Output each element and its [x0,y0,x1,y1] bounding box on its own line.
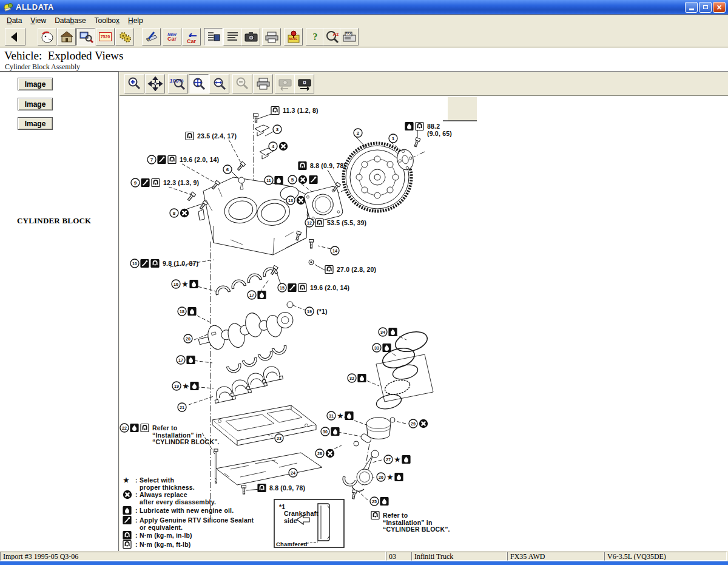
piston-rings [375,328,433,411]
callout: 18 [178,307,196,316]
viewer-pane: 100% [120,72,728,551]
svg-text:6: 6 [226,167,229,172]
menu-toolbox[interactable]: Toolbox [90,15,124,26]
svg-text:26: 26 [379,475,383,479]
svg-text::: : [135,532,138,539]
svg-text:21: 21 [180,405,184,410]
back-button[interactable] [5,28,25,46]
taskbar-edge [0,561,728,565]
menu-help[interactable]: Help [124,15,147,26]
callout: 24 [289,469,297,477]
sidebar: Image Image Image CYLINDER BLOCK [0,72,119,551]
car-return-button[interactable]: Car [182,28,201,46]
svg-text:4: 4 [272,144,275,149]
engine-block [198,177,313,255]
legend-item: ★:Select withproper thickness. [123,476,195,491]
viewer-toolbar: 100% [120,72,728,96]
sign-pad-button[interactable] [142,28,161,46]
callout: 27.0 (2.8, 20) [325,266,376,274]
app-logo-icon [4,2,13,12]
settings-gears-button[interactable] [115,28,134,46]
image-button-3[interactable]: Image [18,117,53,130]
callout: 23.5 (2.4, 17) [186,132,237,140]
svg-text:23: 23 [277,436,281,441]
svg-text:25: 25 [372,499,377,504]
note-button[interactable]: NOTE [284,28,303,46]
next-image-button[interactable] [294,74,314,93]
image-button-1[interactable]: Image [18,78,53,90]
svg-text:(*1): (*1) [317,308,328,315]
code-7520-button[interactable]: 7520 [96,28,115,46]
svg-text:16: 16 [174,282,178,286]
help-button[interactable]: ? [306,28,325,46]
close-button[interactable]: × [713,2,726,13]
callout: 1519.6 (2.0, 14) [278,283,349,292]
camera-button[interactable] [241,28,260,46]
image-button-2[interactable]: Image [18,98,53,110]
svg-text:88.2: 88.2 [427,123,440,130]
callout: 719.6 (2.0, 14) [147,155,219,164]
svg-text:13: 13 [288,198,293,203]
search-az-label: Az [333,32,339,37]
new-car-button[interactable]: New Car [163,28,181,46]
menu-data[interactable]: Data [2,15,26,26]
note-label: NOTE [289,38,298,41]
minimize-button[interactable] [685,2,698,13]
viewer-print-button[interactable] [253,74,273,93]
svg-text:7: 7 [150,157,153,163]
svg-text:5: 5 [291,177,294,183]
prev-image-button[interactable] [275,74,295,93]
svg-text:12.3 (1.3, 9): 12.3 (1.3, 9) [163,179,199,186]
main-toolbar: 7520 New Car Car [0,27,728,47]
home-button[interactable] [57,28,76,46]
svg-text:8: 8 [173,211,176,216]
new-car-label-bottom: Car [167,36,177,42]
status-import: Import #3 1995-05 Q3-06 [0,552,386,561]
menu-view[interactable]: View [26,15,50,26]
zoom-fit-button[interactable] [189,74,209,93]
upper-main-bearings [214,266,277,294]
callout: 23 [275,434,283,442]
callout: 912.3 (1.3, 9) [131,178,199,187]
zoom-out-button[interactable] [232,74,252,93]
status-year: 03 [386,552,411,561]
svg-text:after every disassembly.: after every disassembly. [140,498,216,506]
legend-item: :Lubricate with new engine oil. [123,507,234,515]
car-return-label: Car [186,39,198,44]
shop-diagnostics-button[interactable] [76,28,95,46]
svg-text:★: ★ [182,280,188,288]
callout: 11.3 (1.2, 8) [271,107,318,115]
mascot-button[interactable] [38,28,56,46]
svg-text:9.8 (1.0, 87): 9.8 (1.0, 87) [163,260,198,267]
zoom-width-button[interactable] [209,74,229,93]
article-text-button[interactable] [223,28,242,46]
status-make: Infiniti Truck [411,552,507,561]
menu-database[interactable]: Database [50,15,90,26]
svg-text:19.6 (2.0, 14): 19.6 (2.0, 14) [180,156,219,163]
svg-text:“Installation” in: “Installation” in [383,519,433,526]
fax-button[interactable]: FAX [340,28,359,46]
svg-text:Lubricate with new engine oil.: Lubricate with new engine oil. [140,507,234,514]
callout: 22Refer to“Installation” in“CYLINDER BLO… [120,424,220,445]
search-az-button[interactable]: Az [323,28,342,46]
svg-text:14: 14 [332,249,337,253]
svg-text:“CYLINDER BLOCK”.: “CYLINDER BLOCK”. [383,526,450,533]
page-title: Vehicle: Exploded Views [4,49,123,63]
zoom-100-button[interactable]: 100% [168,74,188,93]
svg-text:★: ★ [387,473,393,481]
print-button[interactable] [262,28,281,46]
pan-button[interactable] [145,74,165,93]
svg-text:19: 19 [174,384,179,388]
zoom-in-button[interactable] [124,74,144,93]
baffle-plate [216,453,322,485]
svg-text::: : [135,507,138,514]
status-engine: V6-3.5L (VQ35DE) [604,552,727,561]
svg-text:★: ★ [183,382,189,390]
sidebar-section-label: CYLINDER BLOCK [17,216,91,226]
svg-text:★: ★ [337,412,343,419]
diagram-canvas[interactable]: 11.3 (1.2, 8)23.5 (2.4, 17)34719.6 (2.0,… [120,96,728,551]
article-with-image-button[interactable] [204,28,223,46]
restore-button[interactable] [699,2,712,13]
callout: 4 [269,142,288,151]
page-subtitle: Cylinder Block Assembly [5,63,80,72]
